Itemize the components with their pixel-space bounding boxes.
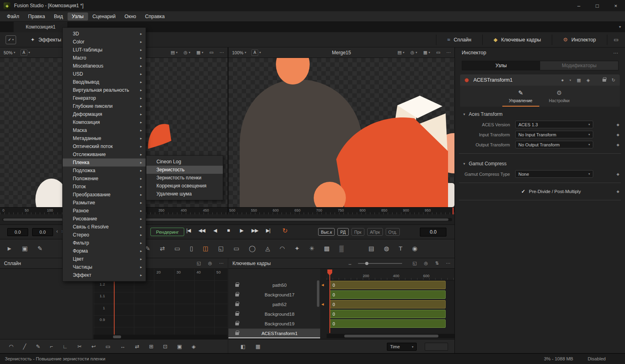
dropdown-ACES Version[interactable]: ACES 1.3▾ [515, 121, 593, 128]
menu-item-Частицы[interactable]: Частицы▸ [63, 263, 146, 271]
rect-icon[interactable]: ▭ [436, 50, 440, 55]
table-icon[interactable]: ▦ [255, 343, 260, 350]
render-button[interactable]: Рендеринг [150, 228, 184, 236]
menu-item-Фильтр[interactable]: Фильтр▸ [63, 239, 146, 247]
layer-row-Background19[interactable]: Background19 [228, 319, 320, 329]
keyframe-track-bar[interactable]: 0 [330, 310, 446, 318]
more-icon[interactable]: ⋯ [446, 50, 451, 55]
menu-item-Маска[interactable]: Маска▸ [63, 126, 146, 134]
lock-icon[interactable] [235, 303, 239, 306]
fit-width-icon[interactable]: ↔ [348, 261, 352, 266]
submenu-item-Зернистость[interactable]: Зернистость [146, 166, 223, 174]
layer-row-ACESTransform1[interactable]: ACESTransform1 [228, 329, 320, 338]
chevron-left-icon[interactable]: ‹ [56, 228, 58, 234]
menu-item-Размытие[interactable]: Размытие▸ [63, 199, 146, 207]
lock-icon[interactable] [235, 332, 239, 335]
particles-icon[interactable]: ✳ [309, 245, 315, 252]
range-end-field[interactable]: 0.0 [32, 228, 53, 236]
node-enable-toggle[interactable] [465, 78, 469, 82]
menu-item-Macro[interactable]: Macro▸ [63, 54, 146, 62]
wand-icon[interactable]: ✦ [294, 245, 300, 252]
pencil-icon[interactable]: ✎ [36, 343, 40, 350]
expand-icon[interactable]: ◱ [197, 261, 201, 266]
mode-button-Прк[interactable]: Прк [352, 228, 364, 236]
fast-rewind-button[interactable]: ◀◀ [195, 228, 208, 233]
bspline-mask-icon[interactable]: ◠ [280, 245, 285, 252]
section-title-Gamut Compress[interactable]: ▾Gamut Compress [455, 157, 625, 169]
tab-list-caret-icon[interactable]: ▾ [619, 25, 621, 29]
pin-icon[interactable]: ◈ [586, 78, 590, 83]
layer-list-scrollbar[interactable] [317, 280, 319, 307]
dropdown-Output Transform[interactable]: No Output Transform▾ [515, 141, 593, 148]
reset-icon[interactable]: ↻ [612, 78, 615, 83]
scrollbar-thumb[interactable] [113, 335, 121, 338]
mode-button-РД[interactable]: РД [337, 228, 348, 236]
screen-icon[interactable]: ▦ [577, 78, 581, 83]
paint-icon[interactable]: ✎ [37, 245, 43, 252]
layer-row-Background17[interactable]: Background17 [228, 290, 320, 300]
transform-icon[interactable]: ⇄ [160, 245, 165, 252]
zoom-icon[interactable]: ◎ [424, 261, 428, 266]
keyframe-track-bar[interactable]: 0 [330, 281, 446, 289]
sort-icon[interactable]: ⇅ [435, 261, 439, 266]
menu-item-Композиция[interactable]: Композиция▸ [63, 118, 146, 126]
grid-icon[interactable]: ▦▾ [196, 50, 203, 55]
menu-item-Стерео[interactable]: Стерео▸ [63, 231, 146, 239]
menubar-item-Узлы[interactable]: Узлы [68, 12, 88, 21]
pointer-panel-icon[interactable]: ▭ [607, 32, 625, 47]
time-mode-select[interactable]: Time ▾ [387, 343, 417, 351]
panel-button-Сплайн[interactable]: ≈Сплайн [436, 32, 482, 47]
play-button[interactable]: ▶ [235, 228, 248, 233]
box-icon[interactable]: ▭ [105, 343, 110, 350]
dropdown-Input Transform[interactable]: No Input Transform▾ [515, 131, 593, 138]
lock-icon[interactable] [235, 323, 239, 325]
step-icon[interactable]: ∟ [63, 343, 68, 350]
checkbox-row[interactable]: ✓Pre-Divide / Post-Multiply◆ [455, 187, 625, 196]
play-reverse-button[interactable]: ◀ [208, 228, 222, 233]
fast-forward-button[interactable]: ▶▶ [248, 228, 261, 233]
composition-tab[interactable]: Композиция1 [14, 22, 68, 32]
right-zoom-select[interactable]: 100%▾ [232, 50, 246, 55]
close-button[interactable]: × [606, 0, 625, 11]
menu-item-Подложка[interactable]: Подложка▸ [63, 167, 146, 175]
menu-item-LUT-таблицы[interactable]: LUT-таблицы▸ [63, 46, 146, 54]
dropdown-Gamut Compress Type[interactable]: None▾ [515, 170, 593, 178]
menu-item-Виртуальная реальность[interactable]: Виртуальная реальность▸ [63, 86, 146, 94]
tool-tab-Настройки[interactable]: ⚙Настройки [541, 88, 578, 107]
menubar-item-Вид[interactable]: Вид [49, 12, 68, 21]
menubar-item-Файл[interactable]: Файл [2, 12, 24, 21]
layer-row-path52[interactable]: path52 [228, 300, 320, 309]
camera-icon[interactable]: ◉ [412, 245, 417, 252]
menubar-item-Справка[interactable]: Справка [141, 12, 169, 21]
menu-item-Метаданные[interactable]: Метаданные▸ [63, 134, 146, 142]
submenu-item-Cineon Log[interactable]: Cineon Log [146, 158, 223, 166]
letterbox-icon[interactable]: ▯ [190, 245, 193, 252]
track-marker-icon[interactable]: ◀ [321, 302, 324, 306]
current-frame-field[interactable]: 0.0 [420, 228, 446, 236]
menu-item-Преобразование[interactable]: Преобразование▸ [63, 191, 146, 199]
linear-icon[interactable]: ╱ [23, 343, 26, 350]
mode-button-Отд.[interactable]: Отд. [386, 228, 400, 236]
layers-icon[interactable]: ▤ [368, 245, 374, 252]
panel-button-Ключевые кадры[interactable]: ◆Ключевые кадры [483, 32, 552, 47]
keyframe-diamond-icon[interactable]: ◆ [617, 133, 619, 137]
globe-icon[interactable]: ◎▾ [184, 50, 191, 55]
keyframe-diamond-icon[interactable]: ◆ [617, 189, 619, 193]
effects-button[interactable]: ✦ Эффекты [31, 37, 61, 43]
mode-button-АПрк[interactable]: АПрк [367, 228, 383, 236]
track-marker-icon[interactable]: ◀ [321, 283, 324, 287]
smooth-icon[interactable]: ◠ [9, 343, 13, 350]
rect-icon[interactable]: ▭ [210, 50, 214, 55]
rect-mask-icon[interactable]: ▭ [234, 245, 239, 252]
stop-button[interactable]: ■ [222, 228, 235, 233]
lock-icon[interactable] [235, 284, 239, 287]
minimize-button[interactable]: – [569, 0, 588, 11]
reverse-icon[interactable]: ↩ [91, 343, 96, 350]
resize-icon[interactable]: ◱ [218, 245, 224, 252]
keyframes-zoom-slider[interactable] [358, 263, 402, 264]
scissors-icon[interactable]: ✂ [77, 343, 82, 350]
expand-icon[interactable]: ◱ [413, 261, 417, 266]
keyframes-timeline-ruler[interactable]: 200400600 [327, 269, 454, 280]
copy-icon[interactable]: ▣ [177, 343, 182, 350]
menu-item-Цвет[interactable]: Цвет▸ [63, 255, 146, 263]
